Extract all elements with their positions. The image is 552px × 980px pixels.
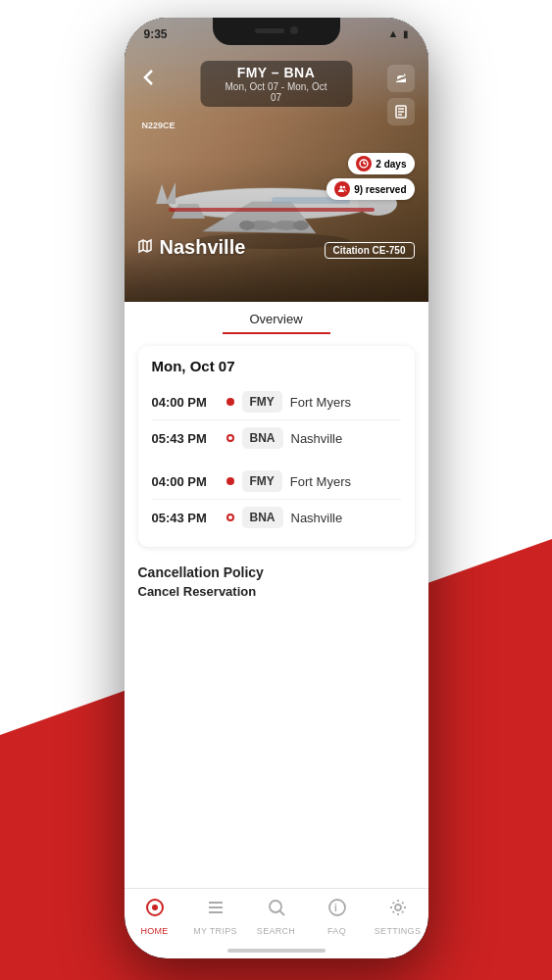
overview-label: Overview xyxy=(249,312,302,326)
notes-icon[interactable] xyxy=(387,98,415,125)
status-icons: ▲ ▮ xyxy=(388,27,409,39)
svg-text:i: i xyxy=(334,903,337,913)
map-icon xyxy=(138,238,154,258)
home-icon xyxy=(144,897,166,923)
arrival-dot-2 xyxy=(226,514,234,521)
flight-card: Mon, Oct 07 04:00 PM FMY Fort Myers 05:4… xyxy=(138,346,415,547)
notch xyxy=(213,18,340,45)
settings-label: SETTINGS xyxy=(375,926,421,936)
departure-city: Fort Myers xyxy=(290,395,351,410)
people-icon xyxy=(334,181,350,197)
arrival-city-2: Nashville xyxy=(291,511,343,525)
arrival-city: Nashville xyxy=(291,431,343,446)
table-row: 04:00 PM FMY Fort Myers xyxy=(152,384,401,419)
table-row: 04:00 PM FMY Fort Myers xyxy=(152,464,401,499)
reserved-badge: 9) reserved xyxy=(326,178,414,200)
timer-badge: 2 days xyxy=(348,153,414,174)
home-tab-label: Home xyxy=(140,926,168,936)
cancellation-section: Cancellation Policy Cancel Reservation xyxy=(125,555,428,603)
back-icon[interactable] xyxy=(138,67,160,94)
arrival-time-2: 05:43 PM xyxy=(152,511,219,525)
svg-point-33 xyxy=(395,905,401,910)
table-row: 05:43 PM BNA Nashville xyxy=(152,419,401,456)
arrival-time: 05:43 PM xyxy=(152,431,219,446)
registration-number: N229CE xyxy=(142,121,176,130)
departure-code-2: FMY xyxy=(242,470,282,492)
tab-home[interactable]: Home xyxy=(125,897,185,936)
reserved-text: 9) reserved xyxy=(354,184,406,195)
clock-icon xyxy=(356,156,372,172)
search-label: Search xyxy=(257,926,295,936)
tab-faq[interactable]: i FAQ xyxy=(307,897,368,936)
departure-time: 04:00 PM xyxy=(152,395,219,410)
arrival-code-2: BNA xyxy=(242,507,283,528)
route-title: FMY – BNA xyxy=(220,65,332,80)
svg-point-21 xyxy=(343,186,345,188)
faq-icon: i xyxy=(326,897,348,923)
aircraft-badge: Citation CE-750 xyxy=(325,242,415,259)
arrival-dot xyxy=(226,434,234,442)
main-content: Overview Mon, Oct 07 04:00 PM FMY Fort M… xyxy=(125,302,428,888)
battery-icon: ▮ xyxy=(403,28,409,39)
flight-date: Mon, Oct 07 xyxy=(152,358,401,374)
svg-point-20 xyxy=(340,186,343,189)
cancellation-policy-title: Cancellation Policy xyxy=(138,564,415,580)
arrival-code: BNA xyxy=(242,427,283,449)
wifi-icon: ▲ xyxy=(388,27,399,39)
home-indicator xyxy=(227,949,326,953)
overview-tab[interactable]: Overview xyxy=(223,302,330,334)
settings-icon xyxy=(387,897,409,923)
departure-city-2: Fort Myers xyxy=(290,474,351,489)
share-icon[interactable] xyxy=(387,65,415,92)
phone-screen: 9:35 ▲ ▮ xyxy=(125,18,428,958)
svg-point-25 xyxy=(152,905,158,910)
status-time: 9:35 xyxy=(144,27,168,41)
route-header: FMY – BNA Mon, Oct 07 - Mon, Oct 07 xyxy=(200,61,352,107)
my-trips-icon xyxy=(205,897,226,923)
faq-label: FAQ xyxy=(327,926,346,936)
svg-point-29 xyxy=(270,901,281,912)
hero-action-icons xyxy=(387,65,415,125)
timer-text: 2 days xyxy=(376,159,406,170)
departure-dot-2 xyxy=(226,477,234,485)
search-icon xyxy=(266,897,287,923)
tab-search[interactable]: Search xyxy=(246,897,307,936)
tab-settings[interactable]: SETTINGS xyxy=(368,897,428,936)
cancel-reservation-label[interactable]: Cancel Reservation xyxy=(138,584,415,599)
departure-code: FMY xyxy=(242,391,282,413)
tab-my-trips[interactable]: MY TRIPS xyxy=(185,897,246,936)
svg-line-30 xyxy=(279,911,284,916)
my-trips-label: MY TRIPS xyxy=(193,926,237,936)
departure-dot xyxy=(226,398,234,406)
route-dates: Mon, Oct 07 - Mon, Oct 07 xyxy=(220,81,332,103)
departure-time-2: 04:00 PM xyxy=(152,474,219,489)
phone-frame: 9:35 ▲ ▮ xyxy=(125,18,428,958)
table-row: 05:43 PM BNA Nashville xyxy=(152,499,401,535)
city-name: Nashville xyxy=(160,236,246,259)
svg-point-31 xyxy=(329,900,345,915)
city-name-area: Nashville xyxy=(138,236,246,259)
